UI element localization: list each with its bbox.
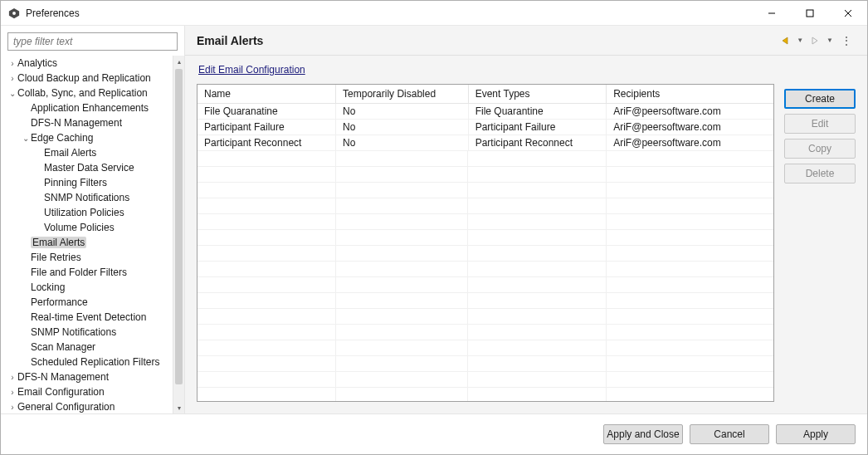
tree-item-label: File Retries xyxy=(31,252,81,263)
table-cell: Participant Failure xyxy=(468,119,607,135)
forward-button[interactable] xyxy=(807,33,822,48)
window-title: Preferences xyxy=(26,7,80,19)
tree-item-label: Locking xyxy=(31,281,65,293)
kebab-menu-icon[interactable]: ⋮ xyxy=(837,37,856,45)
side-buttons: Create Edit Copy Delete xyxy=(784,64,856,402)
cancel-button[interactable]: Cancel xyxy=(690,424,769,444)
apply-and-close-button[interactable]: Apply and Close xyxy=(603,424,683,444)
tree-item[interactable]: Real-time Event Detection xyxy=(1,310,173,325)
tree-item-label: Email Configuration xyxy=(17,386,105,398)
tree-item[interactable]: Email Alerts xyxy=(1,235,173,250)
tree-item[interactable]: Application Enhancements xyxy=(1,100,173,115)
tree-item-label: Email Alerts xyxy=(44,147,96,159)
back-menu-dropdown[interactable]: ▼ xyxy=(794,37,806,44)
tree-item-label: Volume Policies xyxy=(44,222,115,233)
app-icon xyxy=(7,7,21,20)
tree-item[interactable]: Utilization Policies xyxy=(1,205,173,220)
col-event-types[interactable]: Event Types xyxy=(468,85,607,103)
tree-item-label: DFS-N Management xyxy=(31,117,122,129)
tree-item[interactable]: Locking xyxy=(1,280,173,295)
sidebar-scrollbar[interactable]: ▴ ▾ xyxy=(173,56,184,413)
table-row[interactable]: File QuaranatineNoFile QuarantineAriF@pe… xyxy=(197,103,773,119)
tree-item[interactable]: SNMP Notifications xyxy=(1,190,173,205)
table-row[interactable]: Participant ReconnectNoParticipant Recon… xyxy=(197,135,773,150)
delete-button: Delete xyxy=(784,164,856,183)
body: ›Analytics›Cloud Backup and Replication⌄… xyxy=(1,26,867,414)
close-button[interactable] xyxy=(829,1,867,25)
col-recipients[interactable]: Recipients xyxy=(607,85,773,103)
chevron-right-icon[interactable]: › xyxy=(7,71,17,86)
tree-item-label: General Configuration xyxy=(17,401,115,413)
chevron-right-icon[interactable]: › xyxy=(7,56,17,71)
tree-item[interactable]: ⌄Edge Caching xyxy=(1,130,173,145)
tree-item[interactable]: File and Folder Filters xyxy=(1,265,173,280)
tree-item[interactable]: Performance xyxy=(1,295,173,310)
edit-email-config-link[interactable]: Edit Email Configuration xyxy=(198,64,774,76)
col-name[interactable]: Name xyxy=(197,85,336,103)
apply-button[interactable]: Apply xyxy=(776,424,856,444)
main-panel: Email Alerts ▼ ▼ ⋮ Edit Email Configurat… xyxy=(185,26,867,413)
nav-tree[interactable]: ›Analytics›Cloud Backup and Replication⌄… xyxy=(1,56,173,413)
tree-item-label: Analytics xyxy=(17,57,57,69)
tree-item[interactable]: ›General Configuration xyxy=(1,399,173,413)
tree-item[interactable]: ›DFS-N Management xyxy=(1,369,173,384)
tree-item[interactable]: Master Data Service xyxy=(1,160,173,175)
table-cell: Participant Reconnect xyxy=(468,135,607,150)
tree-item-label: Real-time Event Detection xyxy=(31,311,146,323)
filter-input[interactable] xyxy=(7,32,178,51)
col-temporarily-disabled[interactable]: Temporarily Disabled xyxy=(336,85,469,103)
table-cell: File Quaranatine xyxy=(197,103,336,119)
table-cell: Participant Failure xyxy=(197,119,336,135)
alerts-table: Name Temporarily Disabled Event Types Re… xyxy=(197,84,774,402)
chevron-down-icon[interactable]: ⌄ xyxy=(21,131,31,146)
chevron-right-icon[interactable]: › xyxy=(7,400,17,413)
tree-item-label: Email Alerts xyxy=(31,237,86,248)
scroll-thumb[interactable] xyxy=(175,69,183,384)
titlebar: Preferences xyxy=(1,1,867,26)
tree-item[interactable]: File Retries xyxy=(1,250,173,265)
table-row[interactable]: Participant FailureNoParticipant Failure… xyxy=(197,119,773,135)
sidebar: ›Analytics›Cloud Backup and Replication⌄… xyxy=(1,26,185,413)
copy-button: Copy xyxy=(784,139,856,159)
tree-item[interactable]: Pinning Filters xyxy=(1,175,173,190)
tree-item[interactable]: ›Analytics xyxy=(1,56,173,71)
table-cell: AriF@peersoftware.com xyxy=(607,103,773,119)
forward-menu-dropdown[interactable]: ▼ xyxy=(824,37,836,44)
table-header-row: Name Temporarily Disabled Event Types Re… xyxy=(197,85,773,103)
page-title: Email Alerts xyxy=(197,34,263,47)
back-button[interactable] xyxy=(778,33,792,48)
tree-item[interactable]: Scheduled Replication Filters xyxy=(1,355,173,369)
chevron-right-icon[interactable]: › xyxy=(7,385,17,400)
tree-item-label: DFS-N Management xyxy=(17,371,109,383)
tree-item-label: Pinning Filters xyxy=(44,177,107,188)
tree-item-label: File and Folder Filters xyxy=(31,267,127,278)
chevron-down-icon[interactable]: ⌄ xyxy=(7,86,17,101)
scroll-up-icon[interactable]: ▴ xyxy=(173,56,184,67)
chevron-right-icon[interactable]: › xyxy=(7,370,17,385)
table-cell: No xyxy=(336,135,469,150)
scroll-down-icon[interactable]: ▾ xyxy=(173,402,184,413)
create-button[interactable]: Create xyxy=(784,89,856,109)
tree-item-label: Scheduled Replication Filters xyxy=(31,356,159,368)
tree-item[interactable]: ›Email Configuration xyxy=(1,384,173,399)
tree-item-label: Master Data Service xyxy=(44,162,134,174)
table-cell: AriF@peersoftware.com xyxy=(607,135,773,150)
maximize-button[interactable] xyxy=(791,1,829,25)
tree-item[interactable]: Scan Manager xyxy=(1,340,173,355)
tree-item[interactable]: ⌄Collab, Sync, and Replication xyxy=(1,86,173,100)
tree-item[interactable]: ›Cloud Backup and Replication xyxy=(1,71,173,86)
footer: Apply and Close Cancel Apply xyxy=(1,414,867,454)
preferences-window: Preferences ›Analytics›Cloud Backup and … xyxy=(0,0,868,455)
tree-item-label: Performance xyxy=(31,296,88,308)
tree-item-label: Collab, Sync, and Replication xyxy=(17,87,148,99)
svg-point-1 xyxy=(12,12,16,15)
tree-item[interactable]: Volume Policies xyxy=(1,220,173,235)
window-controls xyxy=(753,1,867,25)
tree-item[interactable]: Email Alerts xyxy=(1,145,173,160)
tree-item[interactable]: DFS-N Management xyxy=(1,115,173,130)
table-cell: No xyxy=(336,119,469,135)
table-cell: No xyxy=(336,103,469,119)
minimize-button[interactable] xyxy=(753,1,791,25)
table-cell: Participant Reconnect xyxy=(197,135,336,150)
tree-item[interactable]: SNMP Notifications xyxy=(1,325,173,340)
